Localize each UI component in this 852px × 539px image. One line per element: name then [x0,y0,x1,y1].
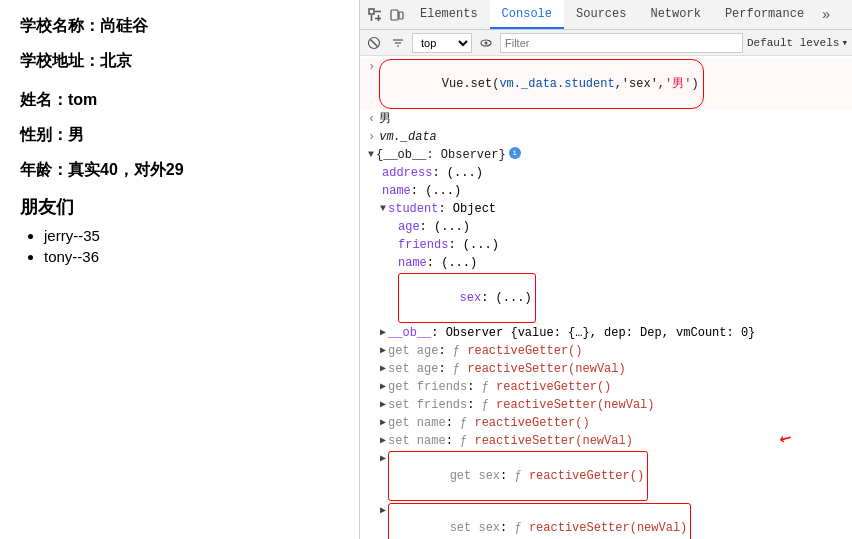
console-line-name-student: name: (...) [360,254,852,272]
eye-icon[interactable] [476,33,496,53]
devtools-panel: Elements Console Sources Network Perform… [360,0,852,539]
school-name-label: 学校名称： [20,17,100,34]
friends-title: 朋友们 [20,195,339,219]
devtools-tabs: Elements Console Sources Network Perform… [408,0,837,29]
gender-row: 性别：男 [20,125,339,146]
expand-setname-arrow[interactable] [380,433,386,449]
expand-ob-arrow[interactable] [380,325,386,341]
friends-section: 朋友们 jerry--35 tony--36 [20,195,339,265]
friend-item: tony--36 [44,248,339,265]
red-arrow: ↙ [777,428,795,448]
friend-item: jerry--35 [44,227,339,244]
console-line-friends: friends: (...) [360,236,852,254]
console-line-set-friends: set friends: ƒ reactiveSetter(newVal) [360,396,852,414]
school-address-label: 学校地址： [20,52,100,69]
expand-setfriends-arrow[interactable] [380,397,386,413]
context-selector[interactable]: top [412,33,472,53]
sex-property-box: sex: (...) [398,273,536,323]
svg-rect-6 [399,12,403,19]
console-line-student: student: Object [360,200,852,218]
filter-input[interactable] [500,33,743,53]
vueset-code: Vue.set(vm._data.student,'sex','男') [379,59,703,109]
name-label: 姓名： [20,91,68,108]
expand-getage-arrow[interactable] [380,343,386,359]
set-sex-box: set sex: ƒ reactiveSetter(newVal) [388,503,691,539]
console-toolbar: top Default levels ▾ [360,30,852,56]
school-name-row: 学校名称：尚硅谷 [20,16,339,37]
expand-student-arrow[interactable] [380,201,386,217]
console-line-get-friends: get friends: ƒ reactiveGetter() [360,378,852,396]
device-toggle-icon[interactable] [386,4,408,26]
svg-rect-5 [391,10,398,20]
devtools-topbar: Elements Console Sources Network Perform… [360,0,852,30]
expand-setage-arrow[interactable] [380,361,386,377]
tab-network[interactable]: Network [638,0,712,29]
console-line-set-sex: set sex: ƒ reactiveSetter(newVal) [360,502,852,539]
console-line-vueset: › Vue.set(vm._data.student,'sex','男') [360,58,852,110]
console-line-set-age: set age: ƒ reactiveSetter(newVal) [360,360,852,378]
console-line-name-top: name: (...) [360,182,852,200]
expand-setsex-arrow[interactable] [380,503,386,519]
school-name-value: 尚硅谷 [100,17,148,34]
console-line-age: age: (...) [360,218,852,236]
expand-getname-arrow[interactable] [380,415,386,431]
name-row: 姓名：tom [20,90,339,111]
inspect-icon[interactable] [364,4,386,26]
age-value: 真实40，对外29 [68,161,184,178]
more-tabs-icon[interactable]: » [816,7,836,23]
svg-line-8 [371,39,378,46]
left-panel: 学校名称：尚硅谷 学校地址：北京 姓名：tom 性别：男 年龄：真实40，对外2… [0,0,360,539]
console-line-obj-root: {__ob__: Observer} i [360,146,852,164]
name-value: tom [68,91,97,108]
default-levels[interactable]: Default levels ▾ [747,36,848,49]
expand-root-arrow[interactable] [368,147,374,163]
school-address-row: 学校地址：北京 [20,51,339,72]
clear-console-icon[interactable] [364,33,384,53]
gender-label: 性别： [20,126,68,143]
expand-getfriends-arrow[interactable] [380,379,386,395]
expand-getsex-arrow[interactable] [380,451,386,467]
age-label: 年龄： [20,161,68,178]
console-line-get-name: get name: ƒ reactiveGetter() [360,414,852,432]
console-content[interactable]: › Vue.set(vm._data.student,'sex','男') ‹ … [360,56,852,539]
tab-console[interactable]: Console [490,0,564,29]
chevron-down-icon: ▾ [841,36,848,49]
gender-value: 男 [68,126,84,143]
console-line-get-age: get age: ƒ reactiveGetter() [360,342,852,360]
console-line-vmdata: › vm._data [360,128,852,146]
console-line-get-sex: get sex: ƒ reactiveGetter() [360,450,852,502]
svg-point-13 [485,41,488,44]
get-sex-box: get sex: ƒ reactiveGetter() [388,451,648,501]
school-address-value: 北京 [100,52,132,69]
console-line-ob-student: __ob__: Observer {value: {…}, dep: Dep, … [360,324,852,342]
tab-sources[interactable]: Sources [564,0,638,29]
console-line-result: ‹ 男 [360,110,852,128]
tab-elements[interactable]: Elements [408,0,490,29]
svg-rect-0 [369,9,374,14]
info-icon[interactable]: i [509,147,521,159]
friends-list: jerry--35 tony--36 [20,227,339,265]
age-row: 年龄：真实40，对外29 [20,160,339,181]
console-line-set-name: set name: ƒ reactiveSetter(newVal) ↙ [360,432,852,450]
filter-icon[interactable] [388,33,408,53]
console-line-address: address: (...) [360,164,852,182]
console-line-sex: sex: (...) [360,272,852,324]
tab-performance[interactable]: Performance [713,0,816,29]
